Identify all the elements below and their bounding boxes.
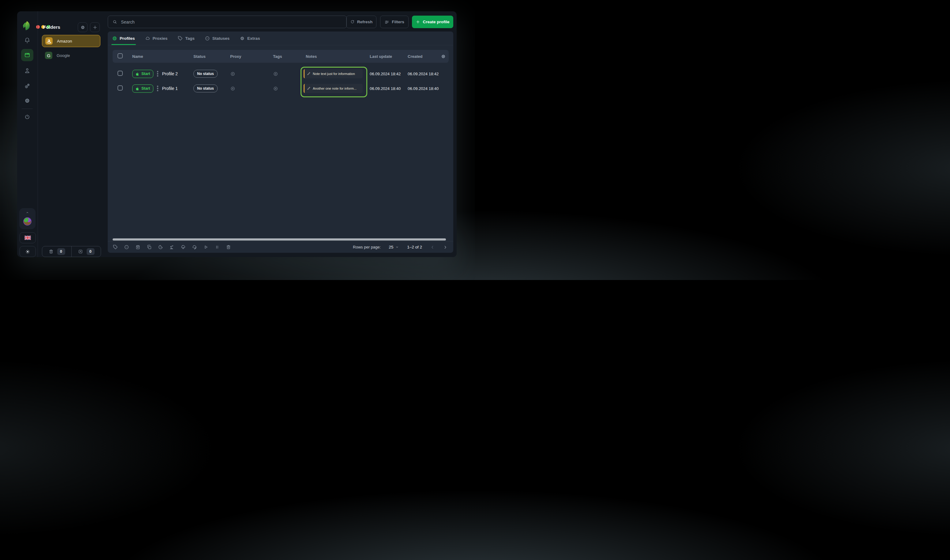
folder-label: Google [57, 53, 70, 58]
trash-icon [49, 249, 54, 254]
start-label: Start [142, 86, 150, 91]
status-badge[interactable]: No status [193, 70, 218, 78]
refresh-icon [350, 20, 355, 24]
refresh-button[interactable]: Refresh [346, 15, 376, 28]
automation-arm-icon[interactable] [169, 245, 174, 250]
search-input[interactable] [120, 19, 342, 25]
row-menu-kebab-icon[interactable] [157, 71, 158, 77]
apple-icon [135, 86, 140, 91]
previous-page-icon[interactable] [430, 245, 435, 250]
column-header-tags[interactable]: Tags [273, 54, 303, 59]
trash-icon[interactable] [226, 245, 231, 250]
trash-counter[interactable]: 0 [42, 246, 71, 257]
create-profile-button[interactable]: Create profile [412, 15, 453, 28]
tab-tags[interactable]: Tags [177, 36, 195, 41]
status-badge[interactable]: No status [193, 85, 218, 92]
apple-icon [135, 72, 140, 76]
rows-per-page-select[interactable]: 25 [389, 245, 399, 249]
filters-button[interactable]: Filters [380, 15, 409, 28]
filters-icon [384, 20, 389, 25]
last-update-value: 06.09.2024 18:40 [370, 86, 408, 91]
avatar[interactable] [23, 217, 32, 226]
chevron-up-icon [25, 211, 30, 214]
search-icon [112, 19, 117, 25]
status-dots-icon [205, 36, 210, 41]
note-chip[interactable]: Note text just for information [303, 69, 363, 78]
row-checkbox[interactable] [117, 85, 123, 91]
created-value: 06.09.2024 18:40 [408, 86, 441, 91]
play-icon[interactable] [203, 245, 208, 250]
tag-icon[interactable] [112, 245, 118, 250]
pause-icon[interactable] [214, 245, 220, 250]
add-proxy-icon[interactable] [230, 86, 236, 91]
cloud-sync-icon[interactable] [180, 245, 186, 250]
sidebar-item-account-icon[interactable] [24, 68, 30, 74]
import-counter[interactable]: 0 [71, 246, 101, 257]
main-panel: Profiles Proxies Tags [108, 32, 453, 253]
note-chip[interactable]: Another one note for inform... [303, 84, 363, 93]
rail-divider [22, 109, 33, 109]
import-count: 0 [86, 248, 95, 255]
last-update-value: 06.09.2024 18:42 [370, 72, 408, 76]
add-proxy-icon[interactable] [230, 71, 236, 77]
google-folder-icon: G [45, 52, 52, 59]
next-page-icon[interactable] [443, 245, 448, 250]
status-dots-icon[interactable] [124, 245, 129, 250]
sun-icon [25, 249, 30, 254]
power-icon[interactable] [24, 114, 30, 120]
sidebar-rail [17, 11, 38, 257]
column-header-proxy[interactable]: Proxy [230, 54, 273, 59]
tab-statuses[interactable]: Statuses [205, 36, 229, 41]
theme-toggle-button[interactable] [20, 246, 36, 257]
language-flag-button[interactable] [20, 232, 36, 243]
user-menu[interactable] [19, 208, 35, 229]
gear-icon [80, 25, 85, 30]
start-profile-button[interactable]: Start [132, 70, 153, 78]
folders-panel-title: Folders [43, 25, 60, 30]
gear-icon [240, 36, 245, 41]
column-header-created[interactable]: Created [408, 54, 441, 59]
rows-per-page-value: 25 [389, 245, 393, 249]
add-tag-icon[interactable] [273, 86, 278, 91]
tab-bar: Profiles Proxies Tags [108, 32, 453, 45]
row-menu-kebab-icon[interactable] [157, 86, 158, 91]
sidebar-item-profiles-browser[interactable] [21, 49, 33, 61]
folder-item-google[interactable]: G Google [42, 49, 100, 62]
plus-icon [92, 25, 98, 30]
start-profile-button[interactable]: Start [132, 85, 153, 93]
tab-profiles[interactable]: Profiles [112, 36, 135, 41]
tab-extras[interactable]: Extras [240, 36, 260, 41]
uk-flag-icon [25, 235, 31, 240]
add-folder-button[interactable] [90, 22, 100, 32]
pagination: Rows per page: 25 1–2 of 2 [353, 245, 453, 250]
profile-name[interactable]: Profile 2 [162, 71, 177, 76]
refresh-label: Refresh [357, 20, 373, 24]
folders-settings-button[interactable] [78, 22, 88, 32]
column-header-name[interactable]: Name [132, 54, 193, 59]
tab-proxies[interactable]: Proxies [145, 36, 168, 41]
column-header-last-update[interactable]: Last update [370, 54, 408, 59]
column-header-status[interactable]: Status [193, 54, 230, 59]
select-all-checkbox[interactable] [117, 53, 123, 58]
sidebar-item-settings-gear-icon[interactable] [24, 98, 30, 104]
column-settings-gear-icon[interactable] [441, 54, 446, 59]
horizontal-scrollbar[interactable] [112, 238, 446, 240]
row-checkbox[interactable] [117, 71, 123, 76]
export-icon[interactable] [135, 245, 140, 250]
folder-item-amazon[interactable]: a Amazon [42, 35, 100, 47]
cookie-icon[interactable] [158, 245, 163, 250]
note-text: Another one note for inform... [313, 86, 357, 90]
notifications-bell-icon[interactable] [24, 37, 30, 43]
note-text: Note text just for information [313, 72, 355, 75]
column-header-notes[interactable]: Notes [303, 54, 370, 59]
copy-icon[interactable] [146, 245, 152, 250]
create-profile-label: Create profile [423, 20, 449, 24]
tab-label: Statuses [212, 36, 229, 41]
sidebar-item-automation-icon[interactable] [24, 83, 30, 89]
table-row: Start Profile 2 No status [112, 66, 449, 81]
cloud-edit-icon[interactable] [192, 245, 197, 250]
profile-name[interactable]: Profile 1 [162, 86, 177, 91]
tab-label: Profiles [120, 36, 135, 41]
search-bar[interactable] [108, 15, 347, 28]
add-tag-icon[interactable] [273, 71, 278, 77]
